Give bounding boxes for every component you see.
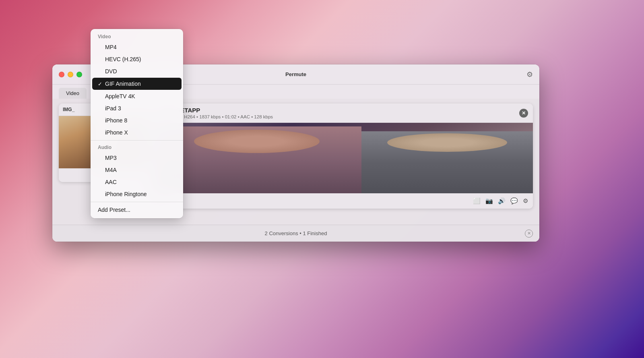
close-button[interactable]: [59, 72, 64, 77]
right-card-controls: ▶ ⬜ 📷 🔊 💬 ⚙: [152, 193, 533, 209]
window-title: Permute: [285, 71, 306, 77]
menu-item-appletv[interactable]: AppleTV 4K: [91, 90, 183, 102]
subtitle-icon[interactable]: 💬: [510, 197, 518, 205]
format-dropdown-menu: Video MP4 HEVC (H.265) DVD ✓ GIF Animati…: [91, 29, 183, 218]
menu-item-iphone8[interactable]: iPhone 8: [91, 114, 183, 126]
maximize-button[interactable]: [76, 72, 82, 77]
menu-item-mp3[interactable]: MP3: [91, 152, 183, 164]
menu-divider-2: [91, 202, 183, 202]
video-section-label: Video: [91, 31, 183, 41]
minimize-button[interactable]: [68, 72, 73, 77]
person-left: [152, 126, 361, 193]
menu-item-gif[interactable]: ✓ GIF Animation: [92, 78, 182, 90]
menu-item-add-preset[interactable]: Add Preset...: [91, 204, 183, 216]
video-icon[interactable]: 📷: [485, 197, 493, 205]
settings-icon[interactable]: ⚙: [526, 70, 533, 79]
right-media-card: Snake SETAPP 1920x1080 • H264 • 1837 kbp…: [152, 103, 533, 209]
settings-icon-right[interactable]: ⚙: [523, 197, 528, 205]
menu-item-aac[interactable]: AAC: [91, 176, 183, 188]
menu-item-dvd[interactable]: DVD: [91, 65, 183, 77]
menu-item-m4a[interactable]: M4A: [91, 164, 183, 176]
menu-item-ipad3[interactable]: iPad 3: [91, 102, 183, 114]
right-card-preview: [152, 123, 533, 193]
tab-video[interactable]: Video: [59, 88, 87, 99]
audio-icon[interactable]: 🔊: [498, 197, 506, 205]
menu-item-hevc[interactable]: HEVC (H.265): [91, 53, 183, 65]
right-card-header: Snake SETAPP 1920x1080 • H264 • 1837 kbp…: [152, 103, 533, 123]
right-controls-group: ⬜ 📷 🔊 💬 ⚙: [473, 197, 528, 205]
preview-scene: [152, 123, 533, 193]
desktop: Permute ⚙ Video IMG_ ✕: [0, 0, 644, 358]
status-bar: 2 Conversions • 1 Finished ✕: [52, 225, 539, 242]
right-card-close-button[interactable]: ✕: [519, 109, 528, 118]
status-text: 2 Conversions • 1 Finished: [265, 230, 327, 236]
person-right: [361, 131, 533, 193]
scene-background: [152, 123, 533, 193]
checkmark-icon: ✓: [98, 81, 102, 87]
audio-section-label: Audio: [91, 142, 183, 152]
crop-icon[interactable]: ⬜: [473, 197, 481, 205]
status-close-button[interactable]: ✕: [525, 230, 533, 238]
menu-divider-1: [91, 140, 183, 141]
menu-item-mp4[interactable]: MP4: [91, 41, 183, 53]
traffic-lights: [59, 72, 82, 77]
menu-item-iphone-ringtone[interactable]: iPhone Ringtone: [91, 188, 183, 200]
menu-item-iphonex[interactable]: iPhone X: [91, 126, 183, 139]
